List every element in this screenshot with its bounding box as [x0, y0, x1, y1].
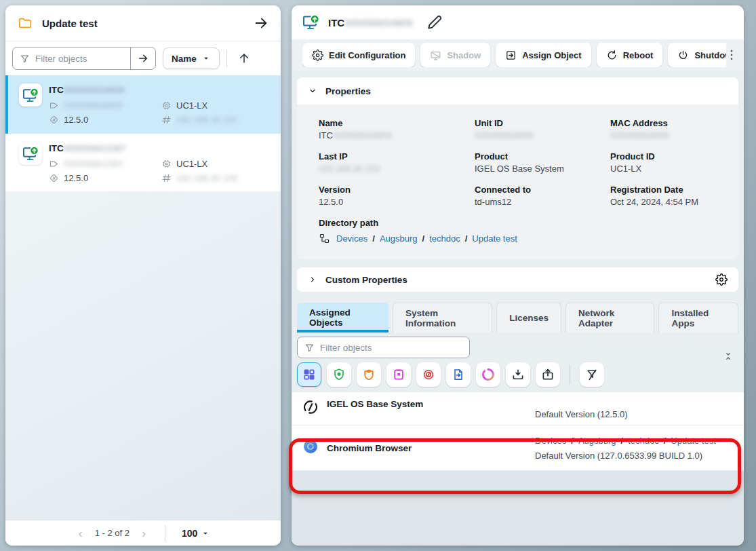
tag-icon	[49, 159, 59, 169]
breadcrumb-link-augsburg[interactable]: Augsburg	[578, 436, 616, 446]
device-action-toolbar: Edit Configuration Shadow Assign Object …	[292, 39, 744, 71]
pagination-bar: ‹ 1 - 2 of 2 › 100	[5, 520, 281, 546]
page-size-dropdown[interactable]: 100	[182, 528, 210, 539]
properties-title: Properties	[325, 86, 371, 96]
reboot-button[interactable]: Reboot	[597, 43, 663, 67]
breadcrumb-link-update-test[interactable]: Update test	[671, 436, 716, 446]
breadcrumb-separator: /	[422, 233, 425, 244]
breadcrumb-link-devices[interactable]: Devices	[535, 436, 566, 446]
shutdown-button[interactable]: Shutdown	[668, 43, 726, 67]
property-label: Version	[319, 185, 475, 195]
divider	[570, 364, 570, 385]
firmware-customization-icon[interactable]	[386, 362, 411, 387]
cpu-icon	[161, 159, 172, 169]
tab-assigned-objects[interactable]: Assigned Objects	[297, 303, 389, 332]
breadcrumb-link-devices[interactable]: Devices	[336, 233, 367, 244]
breadcrumb-separator: /	[571, 436, 574, 446]
hash-icon	[161, 173, 172, 183]
breadcrumb-link-update-test[interactable]: Update test	[472, 233, 517, 244]
tab-network-adapter[interactable]: Network Adapter	[565, 303, 654, 332]
sort-direction-button[interactable]	[234, 52, 254, 64]
tab-installed-apps[interactable]: Installed Apps	[658, 303, 738, 332]
shadow-button[interactable]: Shadow	[420, 43, 490, 67]
device-filter-input[interactable]	[34, 53, 130, 64]
igel-logo-icon	[302, 399, 319, 418]
device-icon	[19, 83, 42, 107]
property-connected-to: Connected to td-ums12	[475, 185, 610, 207]
property-value: IGEL OS Base System	[475, 164, 610, 174]
more-actions-button[interactable]	[725, 48, 738, 62]
property-registration-date: Registration Date Oct 24, 2024, 4:54 PM	[610, 185, 728, 207]
assigned-object-row-igel-os-base-system[interactable]: IGEL OS Base System Default Version (12.…	[292, 392, 744, 425]
property-name: Name ITC005056934909	[319, 118, 475, 140]
property-value: UC1-LX	[610, 164, 728, 174]
breadcrumb-link-augsburg[interactable]: Augsburg	[380, 233, 418, 244]
device-list-item[interactable]: ITC0050568A2387 0050568A2387 UC1-LX 12.5…	[5, 134, 281, 192]
custom-properties-section-header[interactable]: Custom Properties	[297, 267, 738, 292]
object-filter-input-wrap	[297, 337, 470, 358]
device-detail-panel: ITC 005056934909 Edit Configuration Shad…	[292, 5, 744, 546]
breadcrumb: Devices/Augsburg/techdoc/Update test	[336, 232, 517, 244]
monitor-off-icon	[430, 50, 441, 61]
device-product-id: UC1-LX	[161, 159, 237, 169]
next-page-button[interactable]: ›	[139, 527, 148, 539]
export-box-icon[interactable]	[536, 362, 560, 387]
open-directory-arrow-icon[interactable]	[254, 16, 268, 31]
left-panel-header: Update test	[5, 5, 281, 41]
device-icon	[19, 142, 42, 165]
properties-section-body: Name ITC005056934909 Unit ID 00505693490…	[297, 104, 738, 259]
all-objects-grid-icon[interactable]	[297, 362, 321, 387]
property-label: Registration Date	[610, 185, 728, 195]
assigned-objects-filter-zone	[292, 332, 744, 392]
master-profile-shield-icon[interactable]	[357, 362, 381, 387]
tab-licenses[interactable]: Licenses	[496, 303, 561, 332]
property-last-ip: Last IP 192.168.30.102	[319, 151, 475, 174]
object-version: Default Version (127.0.6533.99 BUILD 1.0…	[535, 451, 733, 461]
arrow-right-icon	[138, 53, 148, 64]
divider	[165, 525, 165, 542]
assign-object-button[interactable]: Assign Object	[496, 43, 591, 67]
device-list-item[interactable]: ITC005056934909 005056934909 UC1-LX 12.5…	[5, 75, 281, 134]
funnel-icon	[298, 343, 319, 353]
template-profile-icon[interactable]	[446, 362, 471, 387]
device-name: ITC005056934909	[49, 85, 237, 95]
breadcrumb-link-techdoc[interactable]: techdoc	[628, 436, 659, 446]
breadcrumb-link-techdoc[interactable]: techdoc	[429, 233, 460, 244]
chromium-logo-icon	[302, 438, 319, 457]
folder-icon	[18, 16, 33, 31]
detail-tabs: Assigned Objects System Information Lice…	[297, 303, 738, 332]
previous-page-button[interactable]: ‹	[76, 527, 85, 539]
clear-filter-icon[interactable]	[580, 362, 604, 387]
device-name-redacted: 005056934909	[344, 17, 412, 28]
property-label: MAC Address	[610, 118, 728, 128]
tree-icon	[319, 233, 330, 244]
device-filter-input-wrap	[12, 47, 156, 70]
object-title: Chromium Browser	[327, 443, 412, 453]
assigned-object-row-chromium-browser[interactable]: Chromium Browser Devices/Augsburg/techdo…	[292, 425, 744, 471]
device-ip: 192.168.30.105	[161, 173, 237, 183]
properties-section-header[interactable]: Properties	[297, 77, 738, 104]
apply-filter-button[interactable]	[130, 48, 155, 69]
os-version-icon	[49, 115, 59, 125]
sort-field-dropdown[interactable]: Name	[163, 48, 220, 69]
custom-properties-settings-button[interactable]	[715, 273, 728, 286]
profile-shield-icon[interactable]	[327, 362, 351, 387]
tab-system-information[interactable]: System Information	[393, 303, 492, 332]
breadcrumb-separator: /	[372, 233, 375, 244]
assign-object-icon	[505, 50, 517, 61]
import-tray-icon[interactable]	[506, 362, 530, 387]
apps-icon[interactable]	[476, 362, 500, 387]
breadcrumb-separator: /	[664, 436, 667, 446]
collapse-section-button[interactable]	[723, 352, 733, 361]
property-value: 005056934909	[610, 130, 728, 140]
priority-profile-icon[interactable]	[416, 362, 441, 387]
left-panel-background	[5, 192, 281, 520]
breadcrumb-separator: /	[621, 436, 624, 446]
rename-device-button[interactable]	[426, 14, 443, 31]
detail-header: ITC 005056934909	[292, 5, 744, 39]
os-version-icon	[49, 173, 59, 183]
object-filter-input[interactable]	[319, 342, 469, 354]
caret-down-icon	[201, 529, 210, 538]
edit-configuration-button[interactable]: Edit Configuration	[302, 43, 415, 67]
reboot-icon	[606, 50, 618, 61]
